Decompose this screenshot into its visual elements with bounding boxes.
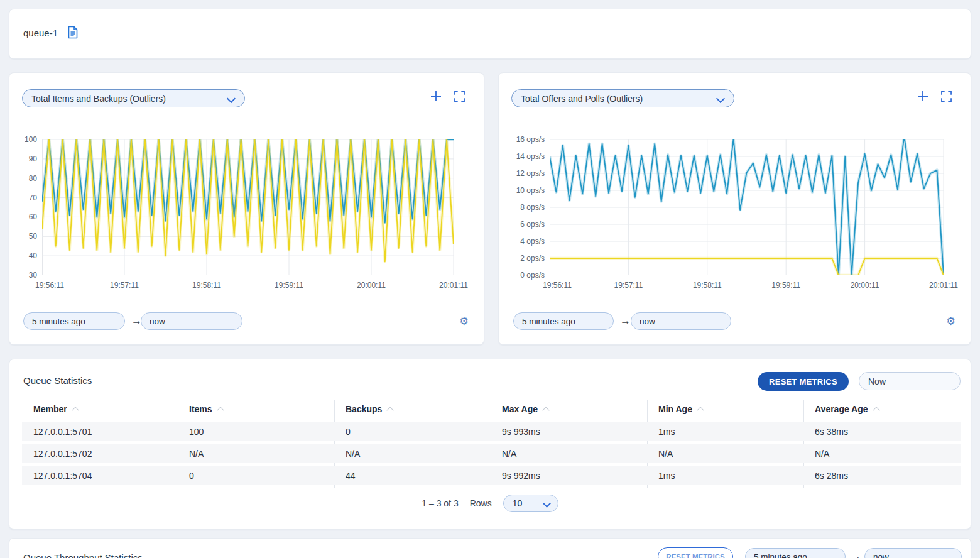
cell-items: 100: [178, 422, 334, 441]
x-axis-tick-label: 20:01:11: [918, 281, 969, 290]
rows-per-page-value: 10: [513, 498, 523, 508]
reset-metrics-button[interactable]: RESET METRICS: [658, 547, 733, 558]
y-axis-tick-label: 30: [2, 271, 37, 280]
column-divider: [961, 400, 961, 488]
page-title: queue-1: [23, 28, 58, 38]
sort-icon: [697, 407, 704, 413]
metric-select[interactable]: Total Offers and Polls (Outliers): [511, 89, 734, 107]
time-to-input[interactable]: now: [864, 548, 962, 558]
cell-average-age: 6s 38ms: [803, 422, 961, 441]
rows-per-page-label: Rows: [470, 498, 492, 508]
fullscreen-icon[interactable]: [941, 91, 952, 104]
cell-average-age: N/A: [803, 444, 961, 463]
y-axis-tick-label: 16 ops/s: [509, 135, 545, 144]
column-header-items[interactable]: Items: [178, 400, 334, 418]
x-axis-tick-label: 19:59:11: [264, 281, 314, 290]
y-axis-tick-label: 100: [2, 135, 37, 144]
chevron-down-icon: [716, 94, 725, 103]
time-from-input[interactable]: 5 minutes ago: [23, 312, 125, 330]
reset-metrics-button[interactable]: RESET METRICS: [758, 372, 849, 391]
cell-member: 127.0.0.1:5701: [22, 422, 178, 441]
y-axis-tick-label: 6 ops/s: [509, 220, 545, 229]
gear-icon[interactable]: ⚙: [946, 316, 956, 327]
y-axis-tick-label: 8 ops/s: [509, 203, 545, 212]
table-row[interactable]: 127.0.0.1:5702 N/A N/A N/A N/A N/A: [22, 444, 961, 463]
metric-select-value: Total Offers and Polls (Outliers): [521, 94, 643, 104]
arrow-right-icon: →: [620, 315, 631, 327]
rows-per-page-select[interactable]: 10: [503, 495, 558, 512]
table-row[interactable]: 127.0.0.1:5704 0 44 9s 992ms 1ms 6s 28ms: [22, 466, 961, 485]
section-title: Queue Statistics: [23, 375, 92, 386]
y-axis-tick-label: 4 ops/s: [509, 237, 545, 246]
column-header-min-age[interactable]: Min Age: [647, 400, 803, 418]
offers-polls-line-chart: [550, 140, 944, 275]
y-axis-tick-label: 90: [2, 155, 37, 163]
queue-header-card: queue-1: [9, 9, 971, 59]
cell-items: 0: [178, 466, 334, 485]
cell-min-age: 1ms: [647, 422, 803, 441]
time-from-input[interactable]: 5 minutes ago: [513, 312, 614, 330]
time-to-input[interactable]: now: [631, 312, 731, 330]
column-header-max-age[interactable]: Max Age: [491, 400, 647, 418]
time-to-input[interactable]: now: [141, 312, 242, 330]
items-backups-chart-panel: Total Items and Backups (Outliers) 5 min…: [9, 72, 484, 345]
sort-icon: [542, 407, 549, 413]
y-axis-tick-label: 60: [2, 212, 37, 221]
add-chart-icon[interactable]: [430, 90, 442, 104]
y-axis-tick-label: 12 ops/s: [509, 169, 545, 178]
x-axis-tick-label: 19:56:11: [24, 281, 75, 290]
items-backups-line-chart: [42, 140, 454, 275]
cell-items: N/A: [178, 444, 334, 463]
cell-backups: N/A: [334, 444, 491, 463]
document-icon[interactable]: [67, 26, 79, 41]
pagination: 1 – 3 of 3 Rows 10: [9, 495, 971, 512]
column-header-member[interactable]: Member: [22, 400, 178, 418]
x-axis-tick-label: 20:00:11: [840, 281, 890, 290]
column-header-average-age[interactable]: Average Age: [803, 400, 961, 418]
cell-min-age: N/A: [647, 444, 803, 463]
pagination-range: 1 – 3 of 3: [422, 498, 458, 508]
section-title: Queue Throughput Statistics: [23, 552, 143, 558]
gear-icon[interactable]: ⚙: [459, 316, 469, 327]
cell-max-age: N/A: [491, 444, 647, 463]
y-axis-tick-label: 0 ops/s: [509, 271, 545, 280]
cell-max-age: 9s 993ms: [491, 422, 647, 441]
queue-statistics-panel: Queue Statistics RESET METRICS Now Membe…: [9, 359, 971, 530]
metric-select[interactable]: Total Items and Backups (Outliers): [22, 89, 245, 107]
offers-polls-chart-panel: Total Offers and Polls (Outliers) 5 minu…: [498, 72, 971, 345]
cell-backups: 0: [334, 422, 491, 441]
x-axis-tick-label: 19:57:11: [99, 281, 150, 290]
x-axis-tick-label: 20:00:11: [346, 281, 396, 290]
cell-min-age: 1ms: [647, 466, 803, 485]
cell-backups: 44: [334, 466, 491, 485]
time-travel-input[interactable]: Now: [859, 372, 961, 390]
sort-icon: [873, 407, 879, 413]
metric-select-value: Total Items and Backups (Outliers): [31, 94, 166, 104]
cell-member: 127.0.0.1:5704: [22, 466, 178, 485]
y-axis-tick-label: 10 ops/s: [509, 186, 545, 195]
cell-max-age: 9s 992ms: [491, 466, 647, 485]
chevron-down-icon: [543, 500, 551, 508]
cell-member: 127.0.0.1:5702: [22, 444, 178, 463]
x-axis-tick-label: 19:58:11: [182, 281, 232, 290]
sort-icon: [72, 407, 79, 413]
x-axis-tick-label: 20:01:11: [428, 281, 479, 290]
table-row[interactable]: 127.0.0.1:5701 100 0 9s 993ms 1ms 6s 38m…: [22, 422, 961, 441]
y-axis-tick-label: 40: [2, 251, 37, 260]
chevron-down-icon: [227, 94, 236, 103]
queue-throughput-panel: Queue Throughput Statistics RESET METRIC…: [9, 538, 971, 558]
time-from-input[interactable]: 5 minutes ago: [745, 548, 846, 558]
y-axis-tick-label: 50: [2, 232, 37, 241]
sort-icon: [387, 407, 394, 413]
fullscreen-icon[interactable]: [454, 91, 465, 104]
x-axis-tick-label: 19:56:11: [532, 281, 582, 290]
add-chart-icon[interactable]: [917, 90, 928, 104]
x-axis-tick-label: 19:59:11: [761, 281, 811, 290]
y-axis-tick-label: 14 ops/s: [509, 152, 545, 161]
x-axis-tick-label: 19:57:11: [603, 281, 653, 290]
sort-icon: [217, 407, 224, 413]
y-axis-tick-label: 70: [2, 194, 37, 202]
cell-average-age: 6s 28ms: [803, 466, 961, 485]
arrow-right-icon: →: [851, 550, 861, 558]
column-header-backups[interactable]: Backups: [334, 400, 491, 418]
